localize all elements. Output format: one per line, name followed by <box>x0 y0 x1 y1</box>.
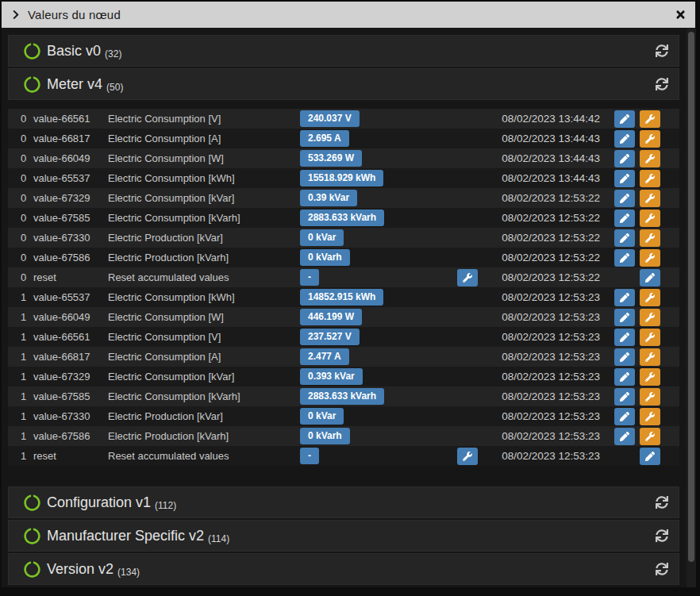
value-badge: 0 kVarh <box>300 428 350 444</box>
wrench-icon <box>645 372 655 382</box>
wrench-icon <box>645 432 655 441</box>
edit-value-button[interactable] <box>614 210 635 227</box>
section-header-configuration[interactable]: Configuration v1 (112) <box>8 486 679 518</box>
edit-reset-button[interactable] <box>640 448 660 465</box>
pencil-icon <box>620 412 629 421</box>
advanced-settings-button[interactable] <box>640 190 660 207</box>
close-button[interactable] <box>675 9 686 21</box>
edit-value-button[interactable] <box>614 249 635 267</box>
wrench-icon <box>463 452 472 461</box>
value-badge-cell: 2.477 A <box>300 348 484 365</box>
value-timestamp: 08/02/2023 12:53:22 <box>484 212 600 224</box>
scrollbar-thumb[interactable] <box>688 32 694 562</box>
edit-value-button[interactable] <box>614 190 635 207</box>
advanced-settings-button[interactable] <box>640 329 660 346</box>
advanced-settings-button[interactable] <box>640 249 660 267</box>
reset-action-button[interactable] <box>457 269 478 286</box>
value-index: 0 <box>21 152 33 164</box>
edit-value-button[interactable] <box>614 329 635 346</box>
value-index: 1 <box>21 351 33 363</box>
value-badge-cell: 0 kVar <box>300 229 484 246</box>
advanced-settings-button[interactable] <box>640 150 660 167</box>
value-badge-cell: 2883.633 kVarh <box>300 388 484 405</box>
edit-value-button[interactable] <box>614 388 635 406</box>
value-name: value-67585 <box>33 212 108 224</box>
value-badge-cell: - <box>300 448 484 465</box>
edit-value-button[interactable] <box>614 170 635 187</box>
meter-values-table: 0 value-66561 Electric Consumption [V] 2… <box>8 109 679 466</box>
value-name: value-66049 <box>33 311 108 323</box>
value-row: 1 value-67585 Electric Consumption [kVar… <box>8 386 679 406</box>
section-header-basic[interactable]: Basic v0 (32) <box>8 35 679 67</box>
value-row: 0 value-67586 Electric Production [kVarh… <box>8 248 679 267</box>
advanced-settings-button[interactable] <box>640 309 660 326</box>
edit-value-button[interactable] <box>614 150 635 167</box>
advanced-settings-button[interactable] <box>640 210 660 227</box>
value-index: 0 <box>21 212 33 224</box>
pencil-icon <box>620 333 629 342</box>
refresh-section-button[interactable] <box>656 496 668 509</box>
pencil-icon <box>620 352 629 362</box>
advanced-settings-button[interactable] <box>640 110 660 128</box>
value-badge: 2883.633 kVarh <box>300 388 384 405</box>
advanced-settings-button[interactable] <box>640 170 660 187</box>
advanced-settings-button[interactable] <box>640 428 660 445</box>
value-description: Electric Consumption [kVarh] <box>108 212 300 224</box>
value-description: Reset accumulated values <box>108 450 300 462</box>
edit-value-button[interactable] <box>614 110 635 128</box>
edit-value-button[interactable] <box>614 428 635 445</box>
value-badge-cell: 240.037 V <box>300 110 484 127</box>
value-timestamp: 08/02/2023 12:53:23 <box>484 351 600 363</box>
edit-value-button[interactable] <box>614 130 635 148</box>
refresh-icon <box>656 496 668 509</box>
wrench-icon <box>645 352 655 362</box>
value-timestamp: 08/02/2023 12:53:23 <box>484 371 600 383</box>
edit-value-button[interactable] <box>614 229 635 247</box>
refresh-section-button[interactable] <box>656 529 668 542</box>
advanced-settings-button[interactable] <box>640 368 660 386</box>
edit-value-button[interactable] <box>614 309 635 326</box>
value-badge: 237.527 V <box>300 329 360 345</box>
advanced-settings-button[interactable] <box>640 229 660 247</box>
edit-value-button[interactable] <box>614 368 635 386</box>
edit-reset-button[interactable] <box>640 269 660 286</box>
value-description: Electric Production [kVar] <box>108 232 300 244</box>
circle-notch-icon <box>24 528 40 544</box>
value-index: 0 <box>21 271 33 283</box>
advanced-settings-button[interactable] <box>640 388 660 406</box>
value-badge: 0.393 kVar <box>300 368 363 385</box>
advanced-settings-button[interactable] <box>640 348 660 366</box>
edit-value-button[interactable] <box>614 348 635 366</box>
section-header-meter[interactable]: Meter v4 (50) <box>8 68 679 100</box>
advanced-settings-button[interactable] <box>640 408 660 425</box>
reset-action-button[interactable] <box>457 448 478 465</box>
value-description: Electric Consumption [kVar] <box>108 192 300 204</box>
advanced-settings-button[interactable] <box>640 289 660 306</box>
value-name: value-67585 <box>33 390 108 402</box>
value-description: Electric Consumption [A] <box>108 351 300 363</box>
edit-value-button[interactable] <box>614 408 635 425</box>
value-name: value-66817 <box>33 351 108 363</box>
value-name: value-67330 <box>33 410 108 422</box>
refresh-section-button[interactable] <box>656 78 668 90</box>
section-header-version[interactable]: Version v2 (134) <box>8 553 679 585</box>
value-row: 1 value-65537 Electric Consumption [kWh]… <box>8 287 679 307</box>
refresh-section-button[interactable] <box>656 44 668 57</box>
advanced-settings-button[interactable] <box>640 130 660 148</box>
value-row: 0 value-66561 Electric Consumption [V] 2… <box>8 109 679 129</box>
refresh-icon <box>656 78 668 90</box>
pencil-icon <box>645 452 655 461</box>
value-name: value-65537 <box>33 291 108 303</box>
value-description: Electric Consumption [V] <box>108 113 300 125</box>
wrench-icon <box>645 253 655 263</box>
value-row: 0 value-67329 Electric Consumption [kVar… <box>8 188 679 208</box>
pencil-icon <box>620 253 629 263</box>
section-header-manufacturer[interactable]: Manufacturer Specific v2 (114) <box>8 520 679 552</box>
refresh-section-button[interactable] <box>656 563 668 575</box>
value-timestamp: 08/02/2023 12:53:23 <box>484 410 600 422</box>
value-index: 1 <box>21 410 33 422</box>
edit-value-button[interactable] <box>614 289 635 306</box>
value-name: reset <box>33 450 108 462</box>
value-index: 0 <box>21 232 33 244</box>
value-row: 0 value-65537 Electric Consumption [kWh]… <box>8 168 679 188</box>
